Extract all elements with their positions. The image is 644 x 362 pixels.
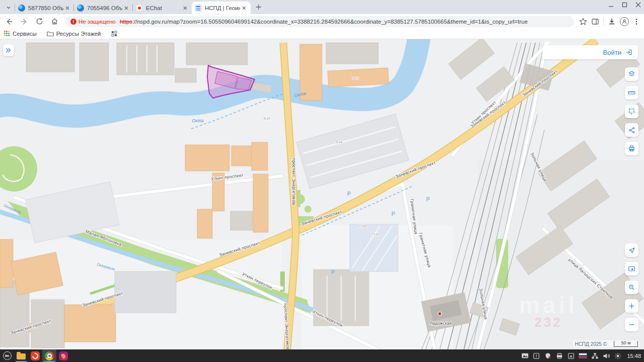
- geolocate-button[interactable]: [625, 243, 638, 257]
- tab-title: 5877850 Объект: [28, 5, 64, 11]
- lasso-select-icon: [627, 107, 636, 116]
- minimap-icon: [627, 264, 636, 273]
- tiles-icon: [111, 31, 117, 37]
- tab-object-1[interactable]: 5877850 Объект: [15, 2, 74, 14]
- svg-text:Р: Р: [331, 269, 335, 275]
- svg-text:Р: Р: [391, 211, 395, 217]
- keyboard-layout-flag-ru[interactable]: [579, 353, 587, 358]
- home-button[interactable]: [48, 16, 60, 28]
- zoom-out-button[interactable]: [625, 318, 638, 331]
- start-menu-button[interactable]: lm: [0, 349, 14, 362]
- etagi-favicon: [77, 5, 84, 12]
- printer-tray-icon[interactable]: [555, 352, 564, 360]
- side-panel-icon[interactable]: [591, 18, 599, 26]
- tab-echat[interactable]: EChat: [133, 2, 192, 14]
- close-tab-icon[interactable]: [123, 5, 130, 12]
- firewall-shield-icon[interactable]: [544, 352, 552, 360]
- measure-button[interactable]: [625, 86, 638, 100]
- screenshot-tool-icon[interactable]: [521, 352, 529, 360]
- mint-logo-icon: lm: [3, 351, 12, 360]
- navigation-arrow-icon: [628, 246, 636, 254]
- login-bar[interactable]: Войти: [542, 45, 638, 59]
- share-button[interactable]: [625, 123, 638, 137]
- plus-icon: [256, 4, 262, 10]
- divider: [603, 18, 604, 26]
- ruler-icon: [627, 88, 636, 97]
- character-app-icon[interactable]: a: [567, 352, 575, 360]
- etagi-favicon: [18, 5, 25, 12]
- taskbar: lm a 15:48: [0, 349, 644, 362]
- url-text: https://nspd.gov.ru/map?zoom=16.50550960…: [120, 19, 528, 25]
- chevron-down-icon: [6, 5, 11, 10]
- printer-icon: [627, 144, 636, 153]
- search-on-map-button[interactable]: [625, 281, 638, 294]
- tab-nspd-active[interactable]: НСПД | Геоинформационн: [192, 2, 251, 14]
- svg-text:8 к4: 8 к4: [264, 117, 270, 120]
- forward-button[interactable]: [18, 16, 30, 28]
- layers-button[interactable]: [625, 67, 638, 81]
- close-window-button[interactable]: [635, 2, 641, 8]
- tab-search-button[interactable]: [3, 3, 14, 13]
- select-area-button[interactable]: [625, 105, 638, 118]
- map-canvas[interactable]: mail 232 Заневский проспект Заневский пр…: [0, 39, 644, 349]
- red-app-icon: [31, 351, 40, 360]
- minimap-button[interactable]: [625, 262, 638, 276]
- security-chip[interactable]: ! Не защищено: [70, 19, 116, 25]
- update-manager-icon[interactable]: [532, 352, 540, 360]
- svg-text:Ладожская: Ладожская: [430, 321, 451, 326]
- brightness-icon[interactable]: [614, 352, 622, 360]
- tab-title: 7055496 Объект: [87, 5, 123, 11]
- tab-title: EChat: [146, 5, 182, 11]
- system-tray: a 15:48: [521, 352, 644, 360]
- folder-icon: [47, 31, 54, 37]
- reload-button[interactable]: [33, 16, 45, 28]
- bookmark-label: Сервисы: [13, 31, 37, 37]
- plus-icon: [628, 302, 635, 310]
- close-tab-icon[interactable]: [64, 5, 71, 12]
- flame-app-icon: [59, 351, 68, 360]
- svg-text:Охта: Охта: [192, 118, 204, 123]
- tab-title: НСПД | Геоинформационн: [205, 5, 240, 11]
- maximize-button[interactable]: [622, 2, 627, 8]
- downloads-icon[interactable]: [608, 18, 616, 26]
- expand-panel-button[interactable]: [3, 44, 14, 56]
- address-actions: [579, 17, 640, 26]
- echat-favicon: [136, 5, 143, 12]
- chrome-icon: [45, 351, 54, 360]
- file-manager-button[interactable]: [14, 349, 28, 362]
- svg-text:a: a: [570, 354, 573, 358]
- minimize-button[interactable]: [608, 2, 614, 8]
- apps-grid-icon: [4, 31, 10, 37]
- volume-icon[interactable]: [602, 352, 610, 360]
- svg-text:Р: Р: [347, 191, 351, 197]
- close-tab-icon[interactable]: [182, 5, 189, 12]
- chrome-button[interactable]: [42, 349, 56, 362]
- map-attribution: НСПД 2025 © 50 м: [573, 340, 640, 347]
- window-controls: [608, 2, 641, 8]
- url-scheme: https: [120, 19, 132, 25]
- flame-app-button[interactable]: [56, 349, 70, 362]
- red-app-button[interactable]: [28, 349, 42, 362]
- scale-bar: 50 м: [614, 341, 638, 347]
- url-field[interactable]: ! Не защищено https://nspd.gov.ru/map?zo…: [65, 16, 574, 27]
- new-tab-button[interactable]: [253, 1, 265, 13]
- back-button[interactable]: [3, 16, 15, 28]
- double-chevron-right-icon: [5, 47, 12, 54]
- attribution-text: НСПД 2025 ©: [575, 341, 607, 347]
- menu-dots-icon[interactable]: [633, 18, 640, 25]
- bookmark-services[interactable]: Сервисы: [0, 29, 41, 38]
- bookmark-app-tile[interactable]: [107, 29, 121, 38]
- network-icon[interactable]: [591, 352, 599, 360]
- profile-avatar[interactable]: [620, 17, 629, 26]
- close-tab-icon[interactable]: [240, 5, 248, 12]
- bookmark-folder-etagi[interactable]: Ресурсы Этажей: [43, 29, 105, 38]
- svg-text:проспект Энергетиков: проспект Энергетиков: [291, 158, 296, 205]
- bookmark-star-icon[interactable]: [579, 18, 587, 26]
- print-button[interactable]: [625, 142, 638, 155]
- tab-object-2[interactable]: 7055496 Объект: [74, 2, 133, 14]
- map-svg: mail 232 Заневский проспект Заневский пр…: [0, 39, 644, 349]
- zoom-in-button[interactable]: [625, 299, 638, 313]
- login-label: Войти: [603, 49, 621, 56]
- share-icon: [628, 126, 636, 134]
- tab-strip: 5877850 Объект 7055496 Объект EChat НСПД…: [0, 0, 644, 14]
